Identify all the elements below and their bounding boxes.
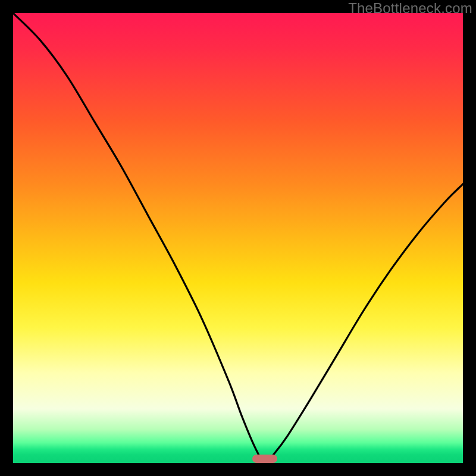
bottleneck-curve <box>13 13 463 463</box>
curve-path <box>13 13 463 463</box>
optimum-marker <box>252 455 277 463</box>
chart-frame <box>13 13 463 463</box>
